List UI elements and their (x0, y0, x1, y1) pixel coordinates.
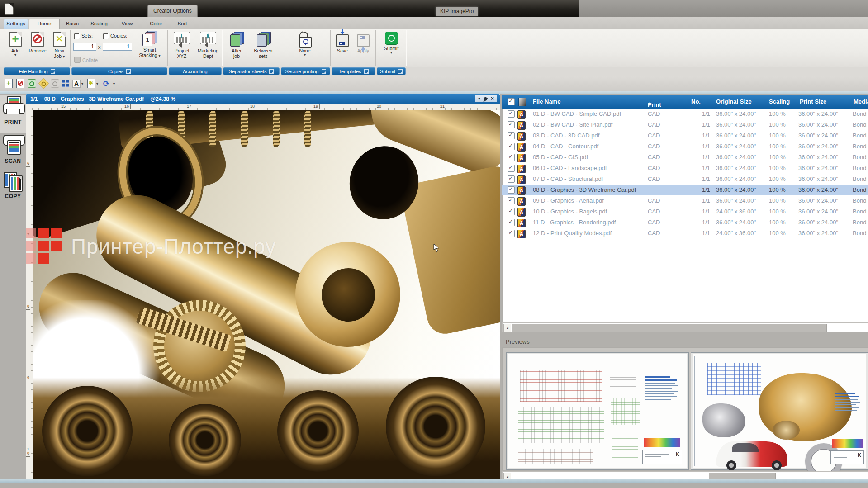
pin-icon[interactable] (484, 96, 488, 101)
row-checkbox[interactable]: ✓ (508, 154, 515, 161)
file-type-column-icon[interactable] (518, 98, 526, 106)
cell-file-name: 04 D - CAD - Contour.pdf (533, 143, 598, 150)
column-header-no[interactable]: No. (691, 98, 701, 105)
file-list-header[interactable]: ✓ File Name Print Quali ▲ No. Original S… (502, 95, 868, 109)
cell-print-size: 36.00" x 24.00" (798, 154, 838, 161)
table-row[interactable]: ✓A10 D - Graphics - Bagels.pdfCAD1/124.0… (502, 206, 868, 217)
sidebar-item-print[interactable]: PRINT (0, 95, 26, 133)
tab-color[interactable]: Color (145, 19, 167, 28)
row-checkbox[interactable]: ✓ (508, 132, 515, 139)
tab-view[interactable]: View (116, 19, 138, 28)
dialog-launcher-icon[interactable] (364, 69, 369, 74)
cell-original-size: 36.00" x 24.00" (716, 175, 756, 182)
new-job-button[interactable]: ✕ New Job ▾ (50, 32, 69, 59)
sidebar-item-copy[interactable]: COPY (0, 170, 26, 206)
cell-scaling: 100 % (769, 219, 786, 226)
cell-no: 1/1 (692, 186, 710, 193)
table-row[interactable]: ✓A09 D - Graphics - Aerial.pdfCAD1/136.0… (502, 195, 868, 206)
column-header-print-size[interactable]: Print Size (800, 98, 826, 105)
table-row[interactable]: ✓A02 D - BW CAD - Site Plan.pdfCAD1/136.… (502, 119, 868, 130)
save-template-button[interactable]: Save (333, 34, 351, 53)
marketing-dept-button[interactable]: Marketing Dept (195, 32, 221, 59)
print-icon (3, 96, 23, 118)
select-all-checkbox[interactable]: ✓ (508, 98, 515, 105)
edit-document-icon[interactable]: ✱ (86, 78, 96, 89)
stamp-1-yellow-icon[interactable] (38, 78, 48, 89)
tab-scaling[interactable]: Scaling (86, 19, 112, 28)
sets-input[interactable] (73, 43, 96, 51)
preview-thumbnail-2[interactable]: K (691, 352, 868, 470)
chevron-down-icon[interactable]: ▾ (478, 96, 480, 101)
creator-options-tab[interactable]: Creator Options (147, 5, 198, 18)
table-row[interactable]: ✓A03 D - CAD - 3D CAD.pdfCAD1/136.00" x … (502, 130, 868, 141)
dialog-launcher-icon[interactable] (398, 69, 403, 74)
submit-button[interactable]: Submit ▾ (382, 32, 400, 55)
dialog-launcher-icon[interactable] (126, 69, 131, 74)
row-checkbox[interactable]: ✓ (508, 208, 515, 215)
row-checkbox[interactable]: ✓ (508, 110, 515, 118)
stamp-1-green-icon[interactable] (27, 78, 37, 89)
tab-sort[interactable]: Sort (172, 19, 193, 28)
dropdown-arrow-icon[interactable]: ▾ (81, 82, 83, 86)
dialog-launcher-icon[interactable] (51, 69, 55, 74)
add-button[interactable]: + Add ▾ (5, 32, 25, 57)
row-checkbox[interactable]: ✓ (508, 175, 515, 183)
table-row[interactable]: ✓A08 D - Graphics - 3D Wireframe Car.pdf… (502, 185, 868, 195)
row-checkbox[interactable]: ✓ (508, 197, 515, 204)
close-icon[interactable]: × (491, 96, 494, 101)
remove-button[interactable]: Remove (26, 32, 49, 53)
table-row[interactable]: ✓A06 D - CAD - Landscape.pdfCAD1/136.00"… (502, 163, 868, 174)
mode-sidebar: PRINT SCAN COPY (0, 94, 26, 479)
dropdown-arrow-icon[interactable]: ▾ (96, 82, 98, 86)
ruler-number: 18 (247, 104, 256, 109)
table-row[interactable]: ✓A04 D - CAD - Contour.pdfCAD1/136.00" x… (502, 141, 868, 152)
add-document-icon[interactable]: + (4, 78, 14, 89)
cell-no: 1/1 (692, 165, 710, 171)
sidebar-item-scan[interactable]: SCAN (0, 134, 26, 169)
preview-title-bar[interactable]: 1/1 08 D - Graphics - 3D Wireframe Car.p… (26, 94, 500, 104)
row-checkbox[interactable]: ✓ (508, 121, 515, 128)
tab-basic[interactable]: Basic (61, 19, 84, 28)
row-checkbox[interactable]: ✓ (508, 186, 515, 194)
scroll-left-arrow-icon[interactable]: ◂ (503, 324, 511, 332)
scrollbar-thumb[interactable] (512, 324, 827, 332)
table-row[interactable]: ✓A12 D - Print Quality Modes.pdfCAD1/124… (502, 228, 868, 239)
cell-scaling: 100 % (769, 165, 786, 171)
row-checkbox[interactable]: ✓ (508, 143, 515, 150)
table-row[interactable]: ✓A01 D - BW CAD - Simple CAD.pdfCAD1/136… (502, 109, 868, 119)
dropdown-arrow-icon[interactable]: ▾ (113, 82, 115, 86)
tile-view-icon[interactable] (61, 78, 71, 89)
multiply-label: x (98, 44, 101, 50)
cell-print-quality: CAD (648, 110, 660, 117)
horizontal-ruler: 15161718192021 (26, 104, 500, 110)
row-checkbox[interactable]: ✓ (508, 219, 515, 226)
font-style-icon[interactable]: A (71, 78, 81, 89)
table-row[interactable]: ✓A05 D - CAD - GIS.pdfCAD1/136.00" x 24.… (502, 152, 868, 163)
smart-stacking-button[interactable]: 1 Smart Stacking ▾ (135, 31, 165, 58)
table-row[interactable]: ✓A11 D - Graphics - Rendering.pdfCAD1/13… (502, 217, 868, 228)
tab-settings[interactable]: Settings (4, 19, 28, 29)
dialog-launcher-icon[interactable] (269, 69, 274, 74)
column-header-scaling[interactable]: Scaling (769, 98, 790, 105)
cell-scaling: 100 % (769, 132, 786, 139)
table-row[interactable]: ✓A07 D - CAD - Structural.pdfCAD1/136.00… (502, 174, 868, 185)
refresh-icon[interactable]: ⟳ (101, 78, 111, 89)
cell-print-quality: CAD (648, 219, 660, 226)
app-icon[interactable] (5, 3, 14, 15)
after-job-button[interactable]: After job (225, 32, 248, 59)
file-list-horizontal-scrollbar[interactable]: ◂ (502, 322, 868, 332)
engine-render[interactable] (33, 110, 500, 479)
column-header-original-size[interactable]: Original Size (716, 98, 752, 105)
project-xyz-button[interactable]: Project XYZ (169, 32, 194, 59)
row-checkbox[interactable]: ✓ (508, 230, 515, 237)
copies-input[interactable] (103, 43, 132, 51)
column-header-file-name[interactable]: File Name (533, 98, 560, 105)
between-sets-button[interactable]: Between sets (250, 32, 276, 59)
preview-thumbnail-1[interactable]: K (506, 352, 689, 470)
column-header-media[interactable]: Media (854, 98, 868, 105)
remove-document-icon[interactable] (15, 78, 25, 89)
row-checkbox[interactable]: ✓ (508, 165, 515, 172)
dialog-launcher-icon[interactable] (322, 69, 326, 74)
secure-none-button[interactable]: None ▾ (293, 32, 317, 57)
tab-home[interactable]: Home (29, 19, 60, 30)
